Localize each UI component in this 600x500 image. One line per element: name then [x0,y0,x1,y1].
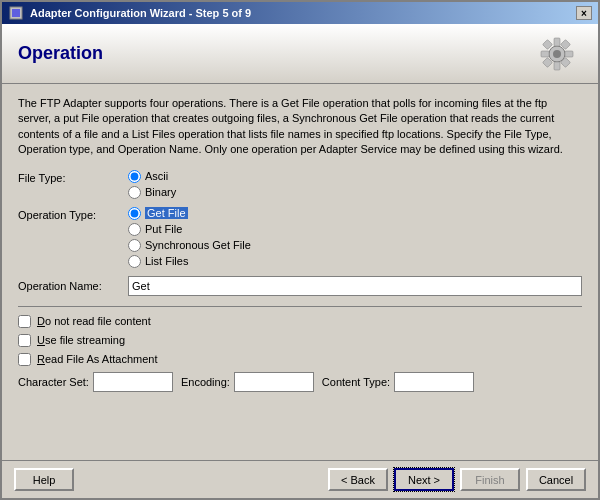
operation-name-row: Operation Name: [18,276,582,296]
svg-rect-8 [543,39,553,49]
radio-sync-get-file[interactable]: Synchronous Get File [128,239,251,252]
wizard-window: Adapter Configuration Wizard - Step 5 of… [0,0,600,500]
finish-button[interactable]: Finish [460,468,520,491]
content-area: The FTP Adapter supports four operations… [2,84,598,460]
no-read-content-checkbox[interactable] [18,315,31,328]
bottom-fields-row: Character Set: Encoding: Content Type: [18,372,582,392]
encoding-label: Encoding: [181,376,230,388]
svg-point-3 [553,50,561,58]
encoding-field: Encoding: [181,372,314,392]
content-type-field: Content Type: [322,372,474,392]
radio-list-files[interactable]: List Files [128,255,251,268]
title-bar: Adapter Configuration Wizard - Step 5 of… [2,2,598,24]
svg-rect-7 [565,51,573,57]
window-title: Adapter Configuration Wizard - Step 5 of… [30,7,251,19]
encoding-input[interactable] [234,372,314,392]
file-streaming-checkbox[interactable] [18,334,31,347]
sync-get-file-radio[interactable] [128,239,141,252]
operation-type-label: Operation Type: [18,207,128,221]
character-set-input[interactable] [93,372,173,392]
separator [18,306,582,307]
binary-radio[interactable] [128,186,141,199]
read-as-attachment-label: Read File As Attachment [37,353,157,365]
footer: Help < Back Next > Finish Cancel [2,460,598,498]
description-text: The FTP Adapter supports four operations… [18,96,582,158]
help-button[interactable]: Help [14,468,74,491]
operation-name-label: Operation Name: [18,280,128,292]
svg-rect-5 [554,62,560,70]
put-file-label: Put File [145,223,182,235]
footer-right: < Back Next > Finish Cancel [328,468,586,491]
file-streaming-label: Use file streaming [37,334,125,346]
no-read-content-label: Do not read file content [37,315,151,327]
list-files-label: List Files [145,255,188,267]
next-button[interactable]: Next > [394,468,454,491]
footer-left: Help [14,468,74,491]
radio-binary[interactable]: Binary [128,186,176,199]
get-file-label: Get File [145,207,188,219]
get-file-radio[interactable] [128,207,141,220]
file-type-row: File Type: Ascii Binary [18,170,582,199]
content-type-input[interactable] [394,372,474,392]
checkbox-read-as-attachment[interactable]: Read File As Attachment [18,353,582,366]
operation-type-row: Operation Type: Get File Put File Synchr… [18,207,582,268]
put-file-radio[interactable] [128,223,141,236]
gear-icon [532,29,582,79]
file-type-radio-group: Ascii Binary [128,170,176,199]
svg-rect-6 [541,51,549,57]
content-type-label: Content Type: [322,376,390,388]
checkbox-no-read-content[interactable]: Do not read file content [18,315,582,328]
close-button[interactable]: × [576,6,592,20]
ascii-radio[interactable] [128,170,141,183]
radio-get-file[interactable]: Get File [128,207,251,220]
operation-name-input[interactable] [128,276,582,296]
sync-get-file-label: Synchronous Get File [145,239,251,251]
ascii-label: Ascii [145,170,168,182]
cancel-button[interactable]: Cancel [526,468,586,491]
window-icon [8,5,24,21]
operation-type-radio-group: Get File Put File Synchronous Get File L… [128,207,251,268]
header-banner: Operation [2,24,598,84]
back-button[interactable]: < Back [328,468,388,491]
svg-rect-4 [554,38,560,46]
read-as-attachment-checkbox[interactable] [18,353,31,366]
character-set-label: Character Set: [18,376,89,388]
file-type-label: File Type: [18,170,128,184]
character-set-field: Character Set: [18,372,173,392]
svg-rect-1 [12,9,20,17]
list-files-radio[interactable] [128,255,141,268]
page-title: Operation [18,43,103,64]
radio-put-file[interactable]: Put File [128,223,251,236]
binary-label: Binary [145,186,176,198]
checkbox-file-streaming[interactable]: Use file streaming [18,334,582,347]
radio-ascii[interactable]: Ascii [128,170,176,183]
